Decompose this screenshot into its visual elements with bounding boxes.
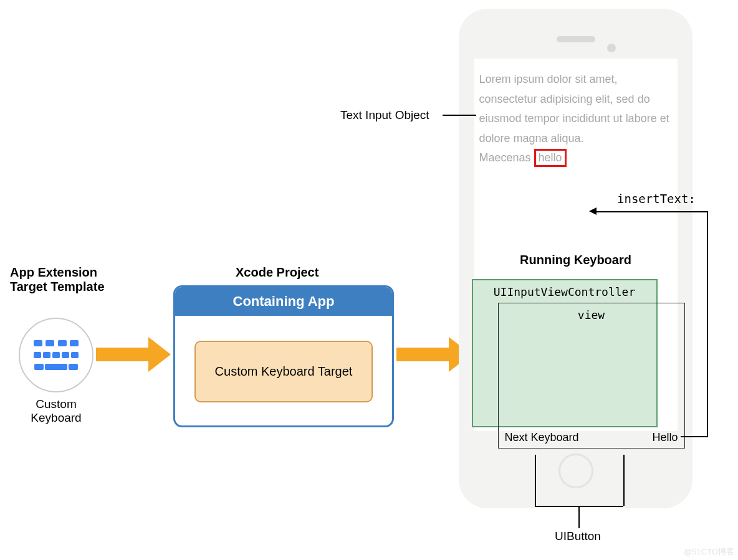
keyboard-area: UIInputViewController view Next Keyboard…: [476, 277, 676, 430]
connector-text-input: [443, 115, 476, 116]
connector-uibutton-stem: [578, 506, 580, 528]
phone-camera-icon: [607, 44, 616, 52]
keyboard-glyph-icon: [34, 340, 79, 370]
custom-keyboard-template-icon: [19, 318, 93, 392]
lorem-text: Lorem ipsum dolor sit amet, consectetur …: [474, 59, 678, 168]
heading-xcode: Xcode Project: [236, 265, 319, 280]
containing-app-header: Containing App: [175, 287, 392, 316]
phone-frame: Lorem ipsum dolor sit amet, consectetur …: [459, 9, 692, 508]
arrow-2: [396, 348, 450, 361]
inserted-hello-text: hello: [534, 149, 567, 167]
watermark: @51CTO博客: [684, 546, 734, 558]
connector-inserttext-arrowhead: [589, 207, 597, 215]
text-input-object-label: Text Input Object: [340, 108, 429, 122]
next-keyboard-button[interactable]: Next Keyboard: [505, 431, 579, 444]
connector-uibutton-cross: [535, 506, 623, 507]
xcode-project-box: Containing App Custom Keyboard Target: [173, 285, 394, 427]
arrow-1: [96, 348, 150, 361]
heading-running-keyboard: Running Keyboard: [474, 253, 678, 267]
view-box: view Next Keyboard Hello: [498, 303, 685, 448]
phone-speaker-icon: [557, 36, 595, 42]
connector-inserttext-v1: [707, 211, 708, 437]
view-label: view: [499, 308, 684, 321]
arrow-1-head: [148, 337, 171, 372]
custom-keyboard-caption: Custom Keyboard: [11, 397, 101, 425]
phone-screen: Lorem ipsum dolor sit amet, consectetur …: [474, 59, 678, 431]
hello-button[interactable]: Hello: [652, 431, 678, 444]
insert-text-label: insertText:: [617, 192, 696, 206]
maecenas-text: Maecenas: [479, 151, 531, 164]
heading-template: App Extension Target Template: [10, 265, 105, 294]
connector-inserttext-h-bottom: [681, 436, 707, 437]
connector-uibutton-right: [623, 455, 625, 506]
connector-inserttext-h-top: [596, 211, 707, 212]
connector-uibutton-left: [535, 455, 536, 506]
lorem-body: Lorem ipsum dolor sit amet, consectetur …: [479, 73, 669, 145]
uiinputviewcontroller-label: UIInputViewController: [473, 285, 656, 298]
uibutton-label: UIButton: [555, 529, 601, 543]
custom-keyboard-target-box: Custom Keyboard Target: [194, 341, 372, 402]
home-button-icon: [558, 453, 593, 488]
